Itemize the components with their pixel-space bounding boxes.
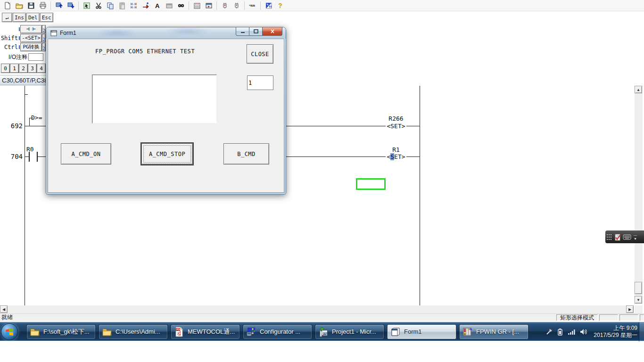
minimize-button[interactable] <box>236 27 249 36</box>
digit-1-button[interactable]: 1 <box>10 64 19 73</box>
digit-0-button[interactable]: 0 <box>1 64 10 73</box>
taskbar-item-fpwin[interactable]: FPWIN GR - [... <box>459 324 528 339</box>
battery-icon[interactable] <box>557 328 563 336</box>
selection-cursor <box>356 178 386 190</box>
text-input-icon[interactable]: A <box>151 0 163 10</box>
status-mode-text: 矩形选择模式 <box>560 314 594 322</box>
fkey-edge-button[interactable]: 2 <box>42 25 46 33</box>
taskbar-item-pdf[interactable]: PDF MEWTOCOL通... <box>171 324 240 339</box>
ins-key-button[interactable]: Ins <box>13 13 26 22</box>
toolbar-separator <box>50 1 51 10</box>
dialog-titlebar[interactable]: Form1 <box>46 27 286 39</box>
open-folder-icon[interactable] <box>13 0 25 10</box>
vertical-scrollbar[interactable]: ▲ ▼ <box>635 86 643 304</box>
value-textbox[interactable] <box>247 75 273 90</box>
download-to-plc-icon[interactable] <box>65 0 76 10</box>
ime-controls[interactable]: — ▼ <box>634 234 637 240</box>
taskbar-item-label: F:\soft_gk\松下... <box>43 328 90 336</box>
toolbar-separator <box>216 1 217 10</box>
taskbar-clock[interactable]: 上午 9:09 2017/5/29 星期一 <box>594 322 637 341</box>
taskbar-item-folder-f[interactable]: F:\soft_gk\松下... <box>26 324 96 339</box>
form-icon <box>390 327 401 337</box>
contact-bar <box>29 152 30 162</box>
taskbar: F:\soft_gk\松下... C:\Users\Admi... PDF ME… <box>0 322 644 341</box>
paste-icon[interactable] <box>116 0 128 10</box>
io-list-icon[interactable] <box>191 0 203 10</box>
hidden-icons-tool-icon[interactable] <box>546 329 553 335</box>
del-key-button[interactable]: Del <box>26 13 40 22</box>
esc-key-button[interactable]: Esc <box>40 13 53 22</box>
clock-date: 2017/5/29 星期一 <box>594 332 637 339</box>
coil-label: R266 <box>383 115 409 122</box>
close-window-button[interactable] <box>263 27 282 36</box>
digit-2-button[interactable]: 2 <box>19 64 28 73</box>
svg-text:*RUN: *RUN <box>249 4 255 7</box>
set-symbol-button[interactable]: -<SET> <box>20 34 42 42</box>
enter-key-button[interactable]: ↵ <box>2 13 12 22</box>
taskbar-item-project1[interactable]: 32 Project1 - Micr... <box>315 324 384 339</box>
dialog-client-area: FP_PROGR COM5 ETHERNET TEST CLOSE A_CMD_… <box>48 39 284 193</box>
horizontal-scrollbar[interactable]: ◀ ▶ <box>0 305 634 313</box>
new-document-icon[interactable] <box>1 0 13 10</box>
caption-buttons <box>236 27 282 36</box>
scroll-down-button[interactable]: ▼ <box>635 296 642 304</box>
ime-writing-pad-icon[interactable] <box>614 233 621 241</box>
main-toolbar: H-HH-H A *RUN ? <box>0 0 644 11</box>
ime-options-icon[interactable]: ▼ <box>634 238 637 240</box>
scroll-right-button[interactable]: ▶ <box>626 305 634 313</box>
cut-icon[interactable] <box>92 0 104 10</box>
fpwin-icon <box>462 327 473 337</box>
fkey-edge-button[interactable]: 2 <box>42 34 46 42</box>
block-comment-icon[interactable] <box>163 0 175 10</box>
run-mode-icon[interactable]: *RUN <box>247 0 258 10</box>
scroll-up-button[interactable]: ▲ <box>635 86 642 93</box>
contact-convert-icon[interactable]: H-HH-H <box>128 0 140 10</box>
select-mode-icon[interactable] <box>81 0 92 10</box>
system-tray <box>546 322 587 341</box>
fkey-row: ⊣ ⊢ 2 <box>0 25 46 33</box>
close-button[interactable]: CLOSE <box>247 44 273 64</box>
device-stop-icon[interactable] <box>219 0 231 10</box>
print-icon[interactable] <box>37 0 49 10</box>
plc-type-title: C30,C60T/P,C38A <box>0 75 46 85</box>
io-comment-input[interactable] <box>28 53 43 61</box>
scroll-left-button[interactable]: ◀ <box>0 305 8 313</box>
volume-icon[interactable] <box>580 329 587 335</box>
ime-minimize-icon[interactable]: — <box>634 234 637 237</box>
keyboard-icon[interactable] <box>623 234 631 240</box>
digit-4-button[interactable]: 4 <box>37 64 46 73</box>
taskbar-item-form1[interactable]: Form1 <box>387 324 456 339</box>
upload-from-plc-icon[interactable] <box>53 0 65 10</box>
a-cmd-on-button[interactable]: A_CMD_ON <box>61 143 111 165</box>
run-stop-toggle-icon[interactable] <box>263 0 274 10</box>
contact-label: R0 <box>26 146 34 153</box>
network-signal-icon[interactable] <box>568 329 575 335</box>
save-icon[interactable] <box>25 0 37 10</box>
jump-icon[interactable] <box>140 0 151 10</box>
form-icon <box>50 30 57 36</box>
taskbar-item-configurator[interactable]: Configurator ... <box>243 324 312 339</box>
taskbar-item-label: MEWTOCOL通... <box>188 328 235 336</box>
digit-3-button[interactable]: 3 <box>28 64 37 73</box>
taskbar-item-folder-c[interactable]: C:\Users\Admi... <box>99 324 168 339</box>
copy-icon[interactable] <box>104 0 116 10</box>
device-run-icon[interactable] <box>231 0 242 10</box>
maximize-button[interactable] <box>249 27 263 36</box>
vertical-scroll-thumb[interactable] <box>635 282 642 294</box>
ime-grip-handle[interactable] <box>607 234 612 240</box>
ctrl-label: Ctrl <box>0 44 19 50</box>
start-button[interactable] <box>1 323 18 340</box>
fkey-edge-button[interactable]: 2 <box>42 43 46 51</box>
svg-text:PDF: PDF <box>176 328 181 331</box>
find-icon[interactable] <box>175 0 187 10</box>
monitor-window-icon[interactable] <box>203 0 215 10</box>
contact-symbol-button[interactable]: ⊣ ⊢ <box>20 25 42 33</box>
help-icon[interactable]: ? <box>274 0 286 10</box>
message-listbox[interactable] <box>92 74 217 123</box>
b-cmd-button[interactable]: B_CMD <box>223 143 269 165</box>
pg-convert-button[interactable]: PG转换 <box>20 43 42 51</box>
status-mode-panel: 矩形选择模式 <box>556 314 598 321</box>
show-desktop-button[interactable] <box>639 322 644 341</box>
ime-language-bar[interactable]: — ▼ <box>605 230 644 243</box>
a-cmd-stop-button[interactable]: A_CMD_STOP <box>141 143 193 165</box>
